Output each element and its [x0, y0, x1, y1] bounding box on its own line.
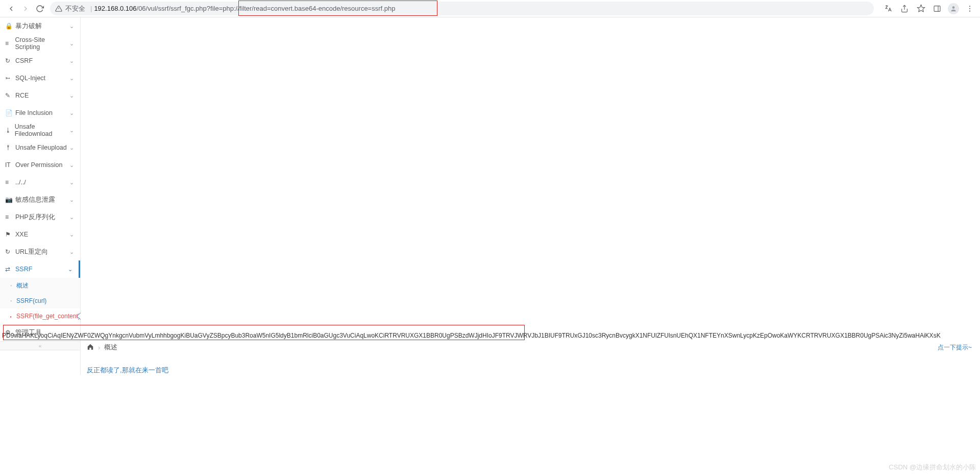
- chevron-down-icon: ⌄: [69, 75, 74, 82]
- xss-icon: ≡: [5, 40, 12, 47]
- pencil-icon: ✎: [5, 92, 12, 99]
- sidebar-item-label: SSRF: [15, 266, 32, 273]
- flag-icon: ⚑: [5, 231, 12, 238]
- redirect-icon: ↻: [5, 248, 12, 255]
- download-icon: ⭳: [5, 127, 12, 134]
- main-content: PD9waHAKLyoqCiAqIENyZWF0ZWQgYnkgcnVubmVy…: [81, 17, 980, 375]
- url-divider: |: [90, 5, 92, 12]
- chevron-down-icon: ⌄: [69, 40, 74, 47]
- ssrf-sub-fgc[interactable]: ▸ SSRF(file_get_content): [0, 308, 80, 324]
- submenu-label: SSRF(file_get_content): [16, 313, 80, 320]
- bookmark-star-icon[interactable]: [915, 3, 927, 15]
- sidebar-item-label: RCE: [15, 92, 29, 99]
- insecure-icon: [55, 5, 62, 12]
- chevron-down-icon: ⌄: [69, 179, 74, 186]
- description-link[interactable]: 反正都读了,那就在来一首吧: [81, 353, 980, 375]
- path-icon: ≡: [5, 179, 12, 186]
- svg-point-9: [969, 10, 970, 11]
- kebab-menu-icon[interactable]: [964, 3, 976, 15]
- sidebar-item-xss[interactable]: ≡Cross-Site Scripting ⌄: [0, 35, 80, 52]
- browser-toolbar: 不安全 | 192.168.0.106/06/vul/ssrf/ssrf_fgc…: [0, 0, 980, 17]
- tip-link[interactable]: 点一下提示~: [938, 343, 972, 352]
- svg-rect-4: [934, 6, 940, 11]
- chevron-down-icon: ⌄: [69, 145, 74, 151]
- home-icon[interactable]: [87, 343, 94, 352]
- sidebar-item-xxe[interactable]: ⚑XXE ⌄: [0, 226, 80, 243]
- profile-avatar[interactable]: [947, 3, 960, 15]
- sidebar-item-urlredirect[interactable]: ↻URL重定向 ⌄: [0, 243, 80, 260]
- side-panel-icon[interactable]: [931, 3, 943, 15]
- breadcrumb-bar: › 概述 点一下提示~: [81, 339, 980, 353]
- sidebar-item-filedown[interactable]: ⭳Unsafe Filedownload ⌄: [0, 122, 80, 139]
- sidebar-item-rce[interactable]: ✎RCE ⌄: [0, 87, 80, 104]
- svg-point-8: [969, 8, 970, 9]
- sidebar-item-label: PHP反序列化: [15, 213, 55, 222]
- chevron-down-icon: ⌄: [69, 110, 74, 116]
- chevron-down-icon: ⌄: [69, 197, 74, 203]
- insecure-label: 不安全: [65, 4, 85, 13]
- url-query: ?file=php://filter/read=convert.base64-e…: [207, 5, 396, 12]
- url-host: 192.168.0.106: [94, 5, 136, 12]
- refresh-icon: ↻: [5, 57, 12, 64]
- chevron-down-icon: ⌄: [69, 231, 74, 238]
- sidebar-item-label: CSRF: [15, 57, 33, 64]
- svg-point-6: [952, 6, 955, 9]
- php-icon: ≡: [5, 213, 12, 221]
- sql-icon: ➳: [5, 75, 12, 82]
- camera-icon: 📷: [5, 196, 12, 203]
- breadcrumb-separator: ›: [98, 344, 100, 351]
- sidebar-collapse-button[interactable]: «: [0, 341, 80, 350]
- sidebar-item-fileup[interactable]: ⭱Unsafe Fileupload ⌄: [0, 139, 80, 156]
- sidebar-item-label: 敏感信息泄露: [15, 196, 55, 204]
- sidebar-item-label: ../../: [15, 179, 26, 186]
- upload-icon: ⭱: [5, 144, 12, 151]
- toolbar-right: [882, 3, 976, 15]
- bullet-icon: ●: [10, 284, 12, 287]
- address-bar[interactable]: 不安全 | 192.168.0.106/06/vul/ssrf/ssrf_fgc…: [50, 2, 874, 15]
- share-icon[interactable]: [898, 3, 911, 15]
- sidebar-item-label: URL重定向: [15, 248, 48, 256]
- sidebar-item-label: Cross-Site Scripting: [15, 36, 70, 51]
- submenu-label: 概述: [16, 281, 29, 290]
- bullet-icon: ▸: [10, 315, 12, 318]
- it-icon: IT: [5, 161, 12, 169]
- file-icon: 📄: [5, 109, 12, 116]
- sidebar-item-sql[interactable]: ➳SQL-Inject ⌄: [0, 69, 80, 87]
- submenu-label: SSRF(curl): [16, 297, 46, 304]
- chevron-down-icon: ⌄: [69, 23, 74, 30]
- sidebar-item-label: Unsafe Filedownload: [15, 123, 69, 137]
- sidebar-item-bruteforce[interactable]: 🔒暴力破解 ⌄: [0, 17, 80, 35]
- chevron-down-icon: ⌄: [69, 92, 74, 99]
- forward-button[interactable]: [18, 2, 33, 16]
- sidebar-item-pathtrav[interactable]: ≡../../ ⌄: [0, 174, 80, 191]
- collapse-icon: «: [38, 343, 41, 349]
- chevron-down-icon: ⌄: [69, 58, 74, 64]
- ssrf-submenu: ● 概述 ● SSRF(curl) ▸ SSRF(file_get_conten…: [0, 278, 80, 324]
- bullet-icon: ●: [10, 299, 12, 302]
- reload-button[interactable]: [33, 2, 47, 16]
- chevron-down-icon: ⌄: [69, 214, 74, 221]
- sidebar-item-label: XXE: [15, 231, 28, 238]
- base64-output: PD9waHAKLyoqCiAqIENyZWF0ZWQgYnkgcnVubmVy…: [2, 331, 980, 339]
- ssrf-sub-curl[interactable]: ● SSRF(curl): [0, 293, 80, 308]
- ssrf-sub-overview[interactable]: ● 概述: [0, 278, 80, 293]
- sidebar-item-ssrf[interactable]: ⇄SSRF ⌄: [0, 260, 80, 278]
- sidebar-item-label: Unsafe Fileupload: [15, 144, 67, 151]
- sidebar-item-label: Over Permission: [15, 161, 62, 169]
- sidebar-item-overperm[interactable]: ITOver Permission ⌄: [0, 156, 80, 174]
- sidebar-item-label: File Inclusion: [15, 109, 53, 116]
- sidebar-item-infoleak[interactable]: 📷敏感信息泄露 ⌄: [0, 191, 80, 208]
- translate-icon[interactable]: [882, 3, 894, 15]
- svg-point-7: [969, 6, 970, 7]
- chevron-down-icon: ⌄: [68, 266, 72, 273]
- url-path: /06/vul/ssrf/ssrf_fgc.php: [137, 5, 207, 12]
- sidebar-item-label: SQL-Inject: [15, 75, 45, 82]
- back-button[interactable]: [4, 2, 18, 16]
- sidebar: 🔒暴力破解 ⌄ ≡Cross-Site Scripting ⌄ ↻CSRF ⌄ …: [0, 17, 81, 375]
- sidebar-item-fileinc[interactable]: 📄File Inclusion ⌄: [0, 104, 80, 122]
- chevron-down-icon: ⌄: [69, 249, 74, 255]
- sidebar-item-csrf[interactable]: ↻CSRF ⌄: [0, 52, 80, 69]
- sidebar-item-phpdeserial[interactable]: ≡PHP反序列化 ⌄: [0, 208, 80, 226]
- chevron-down-icon: ⌄: [69, 127, 74, 134]
- ssrf-icon: ⇄: [5, 266, 12, 273]
